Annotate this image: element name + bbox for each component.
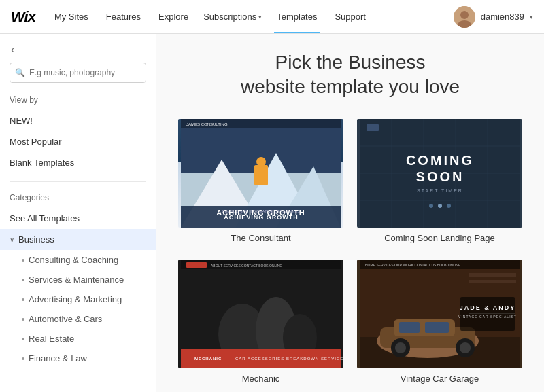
template-name-coming-soon: Coming Soon Landing Page <box>357 228 522 246</box>
subcategory-advertising[interactable]: Advertising & Marketing <box>0 289 156 309</box>
nav-subscriptions[interactable]: Subscriptions ▾ <box>203 12 262 22</box>
svg-point-55 <box>460 342 471 353</box>
svg-rect-10 <box>254 165 268 185</box>
subcategory-dot-icon <box>22 298 24 301</box>
template-thumbnail-coming-soon: COMING SOON START TIMER <box>357 119 522 228</box>
subcategory-automotive[interactable]: Automotive & Cars <box>0 309 156 329</box>
sidebar: ‹ 🔍 View by NEW! Most Popular Blank Temp… <box>0 34 156 392</box>
nav-my-sites[interactable]: My Sites <box>52 12 91 22</box>
back-button[interactable]: ‹ <box>0 34 156 63</box>
category-business[interactable]: ∨ Business <box>0 229 156 250</box>
svg-text:CAR ACCESSORIES: CAR ACCESSORIES <box>235 357 284 361</box>
category-expand-icon: ∨ <box>10 236 14 243</box>
svg-text:SOON: SOON <box>416 169 464 184</box>
template-thumbnail-mechanic: ABOUT SERVICES CONTACT BOOK ONLINE MECHA… <box>178 260 343 368</box>
svg-rect-23 <box>367 124 379 131</box>
svg-rect-32 <box>186 262 207 268</box>
subcategory-consulting[interactable]: Consulting & Coaching <box>0 250 156 270</box>
subcategory-dot-icon <box>22 259 24 262</box>
templates-grid: JAMES CONSULTING ACHIEVING GROWTH DEVELO… <box>178 119 522 387</box>
nav-features[interactable]: Features <box>103 12 143 22</box>
subcategory-advertising-label: Advertising & Marketing <box>29 294 122 304</box>
subcategory-dot-icon <box>22 338 24 340</box>
svg-text:ABOUT  SERVICES  CONTACT  BOOK: ABOUT SERVICES CONTACT BOOK ONLINE <box>211 264 282 268</box>
search-input[interactable] <box>10 63 146 83</box>
template-card-vintage[interactable]: HOME SERVICES OUR WORK CONTACT US BOOK O… <box>357 260 522 387</box>
view-by-label: View by <box>0 92 156 110</box>
search-container: 🔍 <box>10 63 146 83</box>
template-thumbnail-vintage: HOME SERVICES OUR WORK CONTACT US BOOK O… <box>357 260 522 368</box>
subcategory-consulting-label: Consulting & Coaching <box>29 255 118 265</box>
wix-logo[interactable]: Wix <box>11 8 35 26</box>
user-menu[interactable]: damien839 ▾ <box>454 6 533 28</box>
subcategory-real-estate[interactable]: Real Estate <box>0 329 156 349</box>
avatar <box>454 6 475 28</box>
svg-rect-46 <box>469 280 516 283</box>
subcategory-dot-icon <box>22 279 24 281</box>
page-title-text: Pick the Business website template you l… <box>178 50 522 100</box>
main-content: ‹ 🔍 View by NEW! Most Popular Blank Temp… <box>0 34 544 392</box>
svg-point-11 <box>256 157 266 166</box>
subscriptions-arrow-icon: ▾ <box>258 14 262 20</box>
template-thumbnail-consultant: JAMES CONSULTING ACHIEVING GROWTH DEVELO… <box>178 119 343 228</box>
svg-text:HOME  SERVICES  OUR WORK  CONT: HOME SERVICES OUR WORK CONTACT US BOOK O… <box>365 263 461 267</box>
subcategory-automotive-label: Automotive & Cars <box>29 314 102 324</box>
nav-templates[interactable]: Templates <box>274 12 320 22</box>
top-navigation: Wix My Sites Features Explore Subscripti… <box>0 0 544 34</box>
subcategory-finance[interactable]: Finance & Law <box>0 349 156 368</box>
sidebar-item-most-popular[interactable]: Most Popular <box>0 131 156 152</box>
template-name-vintage: Vintage Car Garage <box>357 368 522 387</box>
svg-rect-45 <box>469 273 516 277</box>
sidebar-item-new[interactable]: NEW! <box>0 110 156 131</box>
svg-text:JADE & ANDY: JADE & ANDY <box>460 304 516 311</box>
subcategory-services-label: Services & Maintenance <box>29 274 124 285</box>
svg-text:COMING: COMING <box>406 153 474 168</box>
subcategory-services[interactable]: Services & Maintenance <box>0 270 156 289</box>
svg-point-53 <box>395 342 406 353</box>
svg-point-29 <box>447 204 451 208</box>
subcategory-dot-icon <box>22 318 24 321</box>
templates-panel: Pick the Business website template you l… <box>156 34 544 392</box>
subcategory-finance-label: Finance & Law <box>29 353 87 363</box>
divider <box>10 181 146 182</box>
category-business-label: Business <box>18 234 54 245</box>
svg-rect-51 <box>425 322 449 333</box>
svg-point-1 <box>460 11 469 19</box>
svg-text:DEVELOPING INNOVATIVE STRATEGI: DEVELOPING INNOVATIVE STRATEGIES <box>222 209 300 213</box>
svg-text:JAMES CONSULTING: JAMES CONSULTING <box>186 122 228 126</box>
subcategory-dot-icon <box>22 357 24 360</box>
svg-text:VINTAGE CAR SPECIALIST: VINTAGE CAR SPECIALIST <box>458 315 517 319</box>
template-name-mechanic: Mechanic <box>178 368 343 387</box>
categories-label: Categories <box>0 190 156 208</box>
user-menu-arrow-icon: ▾ <box>530 14 533 20</box>
template-card-mechanic[interactable]: ABOUT SERVICES CONTACT BOOK ONLINE MECHA… <box>178 260 343 387</box>
svg-text:START TIMER: START TIMER <box>417 188 463 193</box>
sidebar-item-blank-templates[interactable]: Blank Templates <box>0 152 156 173</box>
svg-rect-56 <box>460 297 515 331</box>
template-name-consultant: The Consultant <box>178 228 343 246</box>
svg-rect-50 <box>399 322 420 333</box>
see-all-templates[interactable]: See All Templates <box>0 208 156 229</box>
search-icon: 🔍 <box>15 68 25 77</box>
nav-support[interactable]: Support <box>332 12 369 22</box>
page-title: Pick the Business website template you l… <box>178 50 522 100</box>
svg-point-28 <box>438 204 442 208</box>
svg-text:BREAKDOWN SERVICES: BREAKDOWN SERVICES <box>286 357 343 361</box>
username: damien839 <box>481 12 524 22</box>
subcategory-real-estate-label: Real Estate <box>29 334 74 344</box>
nav-explore[interactable]: Explore <box>156 12 191 22</box>
svg-text:ACHIEVING GROWTH: ACHIEVING GROWTH <box>224 214 299 221</box>
nav-links: My Sites Features Explore Subscriptions … <box>52 12 454 22</box>
template-card-consultant[interactable]: JAMES CONSULTING ACHIEVING GROWTH DEVELO… <box>178 119 343 246</box>
svg-text:MECHANIC: MECHANIC <box>194 357 222 361</box>
svg-point-27 <box>429 204 433 208</box>
template-card-coming-soon[interactable]: COMING SOON START TIMER Coming Soon Land… <box>357 119 522 246</box>
